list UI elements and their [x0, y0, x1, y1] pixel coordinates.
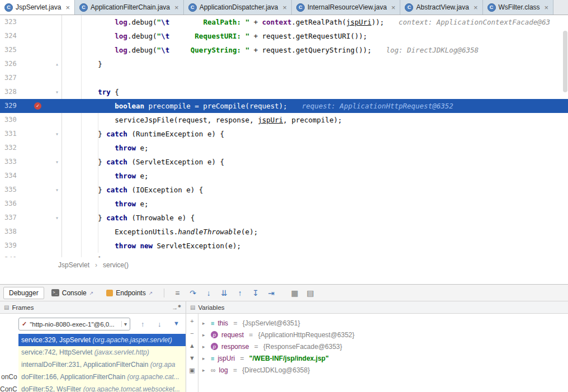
editor-tab-wsfilter-class[interactable]: CWsFilter.class× [483, 0, 554, 15]
gutter[interactable]: ✓ [25, 99, 61, 113]
gutter[interactable] [25, 225, 61, 239]
editor-tab-internalresourceview-java[interactable]: CInternalResourceView.java× [292, 0, 400, 15]
line-number[interactable]: 327 [0, 71, 25, 85]
gutter[interactable]: ▾ [25, 155, 61, 169]
tab-console[interactable]: >_ Console ↗ [46, 287, 100, 299]
code-editor[interactable]: 323 log.debug("\t RealPath: " + context.… [0, 15, 568, 257]
previous-frame-icon[interactable]: ↑ [141, 320, 145, 328]
add-watch-icon[interactable]: + [190, 318, 193, 324]
close-tab-icon[interactable]: × [282, 3, 287, 12]
gutter[interactable] [25, 15, 61, 29]
gutter[interactable] [25, 197, 61, 211]
gutter[interactable] [25, 43, 61, 57]
remove-watch-icon[interactable]: − [190, 330, 193, 337]
line-number[interactable]: 332 [0, 141, 25, 155]
line-number[interactable]: 333 [0, 155, 25, 169]
variable-row-jspUri[interactable]: ▸≡jspUri = "/WEB-INF/jsp/index.jsp" [198, 352, 568, 364]
gutter[interactable] [25, 141, 61, 155]
expand-chevron-icon[interactable]: ▸ [202, 320, 207, 326]
dropdown-arrow-icon[interactable]: ▾ [121, 321, 127, 327]
step-into-icon[interactable]: ↓ [201, 289, 216, 297]
line-number[interactable]: 338 [0, 225, 25, 239]
fold-marker-icon[interactable]: ▾ [55, 85, 59, 99]
next-frame-icon[interactable]: ↓ [158, 320, 162, 328]
variable-row-response[interactable]: ▸presponse = {ResponseFacade@6353} [198, 341, 568, 352]
hide-panel-icon[interactable]: →✱ [172, 304, 181, 311]
restore-layout-icon[interactable]: ▤ [303, 289, 318, 297]
step-out-icon[interactable]: ↑ [233, 289, 247, 297]
gutter[interactable]: ▾ [25, 183, 61, 197]
settings-menu-icon[interactable]: ≡ [170, 289, 184, 297]
step-over-icon[interactable]: ↷ [186, 289, 200, 297]
gutter[interactable] [25, 29, 61, 43]
run-to-cursor-icon[interactable]: ⇥ [264, 289, 278, 297]
variable-row-this[interactable]: ▸≡this = {JspServlet@6351} [198, 317, 568, 329]
close-tab-icon[interactable]: × [545, 3, 549, 12]
line-number[interactable]: 340 [0, 253, 25, 257]
editor-tab-applicationdispatcher-java[interactable]: CApplicationDispatcher.java× [184, 0, 292, 15]
line-number[interactable]: 329 [0, 99, 25, 113]
close-tab-icon[interactable]: × [174, 3, 179, 12]
breakpoint-icon[interactable]: ✓ [34, 102, 41, 110]
stack-frame[interactable]: service:742, HttpServlet (javax.servlet.… [18, 346, 186, 358]
gutter[interactable] [25, 71, 61, 85]
expand-chevron-icon[interactable]: ▸ [202, 367, 207, 373]
drop-frame-icon[interactable]: ↧ [248, 289, 263, 297]
close-tab-icon[interactable]: × [391, 3, 396, 12]
scroll-up-icon[interactable]: ▲ [189, 342, 195, 349]
filter-frames-icon[interactable]: ▼ [173, 320, 179, 327]
fold-marker-icon[interactable]: ▾ [55, 183, 59, 197]
variables-toolbar: +−▲▼▣ [186, 314, 198, 392]
line-number[interactable]: 339 [0, 239, 25, 253]
tab-endpoints[interactable]: Endpoints ↗ [101, 287, 158, 299]
gutter[interactable] [25, 113, 61, 127]
line-number[interactable]: 325 [0, 43, 25, 57]
line-number[interactable]: 323 [0, 15, 25, 29]
code-line-328: 328▾ try { [0, 85, 568, 99]
scroll-down-icon[interactable]: ▼ [189, 355, 195, 361]
editor-tab-jspservlet-java[interactable]: CJspServlet.java× [0, 0, 75, 15]
line-number[interactable]: 326 [0, 57, 25, 71]
expand-chevron-icon[interactable]: ▸ [202, 344, 207, 350]
line-number[interactable]: 335 [0, 183, 25, 197]
fold-marker-icon[interactable]: ▴ [55, 57, 59, 71]
fold-marker-icon[interactable]: ▾ [55, 211, 59, 225]
gutter[interactable]: ▾ [25, 127, 61, 141]
close-tab-icon[interactable]: × [474, 3, 478, 12]
line-number[interactable]: 324 [0, 29, 25, 43]
tab-debugger[interactable]: Debugger [3, 287, 44, 299]
breadcrumb-item-class[interactable]: JspServlet [58, 261, 89, 269]
line-number[interactable]: 337 [0, 211, 25, 225]
stack-frame[interactable]: service:329, JspServlet (org.apache.jasp… [18, 334, 186, 346]
line-number[interactable]: 328 [0, 85, 25, 99]
editor-tab-abstractview-java[interactable]: CAbstractView.java× [400, 0, 482, 15]
line-number[interactable]: 331 [0, 127, 25, 141]
stack-frame[interactable]: doFilter:166, ApplicationFilterChain (or… [18, 371, 186, 383]
fold-marker-icon[interactable]: ▾ [55, 155, 59, 169]
view-as-table-icon[interactable]: ▦ [287, 289, 302, 297]
stack-frame[interactable]: internalDoFilter:231, ApplicationFilterC… [18, 358, 186, 371]
line-number[interactable]: 334 [0, 169, 25, 183]
line-number[interactable]: 336 [0, 197, 25, 211]
gutter[interactable] [25, 169, 61, 183]
variable-row-request[interactable]: ▸prequest = {ApplicationHttpRequest@6352… [198, 329, 568, 341]
stack-frame[interactable]: doFilter:52, WsFilter (org.apache.tomcat… [18, 383, 186, 392]
breadcrumb-item-method[interactable]: service() [103, 261, 129, 269]
code-text: } catch (RuntimeException e) { [61, 127, 568, 141]
expand-chevron-icon[interactable]: ▸ [202, 356, 207, 361]
gutter[interactable] [25, 253, 61, 257]
variable-row-log[interactable]: ▸∞log = {DirectJDKLog@6358} [198, 364, 568, 376]
editor-tab-applicationfilterchain-java[interactable]: CApplicationFilterChain.java× [75, 0, 184, 15]
gutter[interactable]: ▾ [25, 85, 61, 99]
expand-chevron-icon[interactable]: ▸ [202, 332, 207, 338]
duplicate-icon[interactable]: ▣ [189, 367, 195, 374]
gutter[interactable]: ▾ [25, 211, 61, 225]
line-number[interactable]: 330 [0, 113, 25, 127]
tab-label: JspServlet.java [16, 3, 61, 11]
fold-marker-icon[interactable]: ▾ [55, 127, 59, 141]
gutter[interactable] [25, 239, 61, 253]
thread-selector[interactable]: ✓ "http-nio-8080-exec-1"@6,0... ▾ [18, 318, 130, 330]
force-step-into-icon[interactable]: ⇊ [217, 289, 231, 297]
gutter[interactable]: ▴ [25, 57, 61, 71]
close-tab-icon[interactable]: × [65, 3, 70, 12]
